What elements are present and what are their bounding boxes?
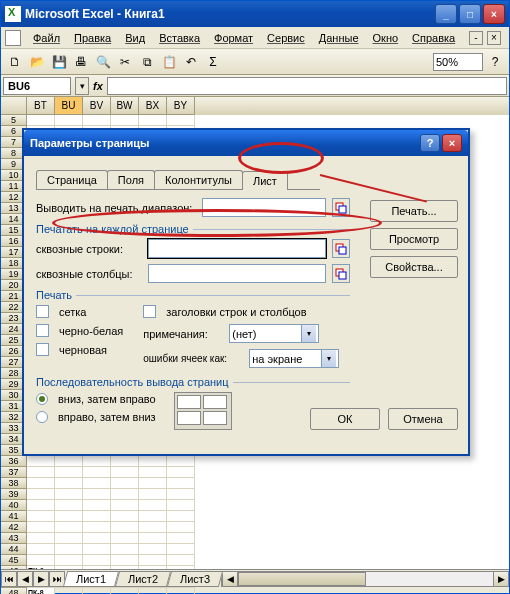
col-header[interactable]: BX (139, 97, 167, 115)
row-header[interactable]: 41 (1, 511, 27, 522)
collapse-dialog-icon[interactable] (332, 198, 350, 217)
row-header[interactable]: 5 (1, 115, 27, 126)
blackwhite-checkbox[interactable] (36, 324, 49, 337)
row-header[interactable]: 38 (1, 478, 27, 489)
mdi-minimize[interactable]: - (469, 31, 483, 45)
draft-label: черновая (59, 344, 107, 356)
tab-headerfooter[interactable]: Колонтитулы (154, 170, 243, 189)
errors-dropdown[interactable]: на экране▾ (249, 349, 339, 368)
dropdown-arrow-icon: ▾ (301, 325, 316, 342)
sheet-tab-2[interactable]: Лист2 (115, 571, 171, 587)
cancel-button[interactable]: Отмена (388, 408, 458, 430)
next-sheet-button[interactable]: ▶ (33, 571, 49, 587)
row-header[interactable]: 40 (1, 500, 27, 511)
scroll-left-arrow[interactable]: ◀ (222, 571, 238, 587)
row-header[interactable]: 39 (1, 489, 27, 500)
cols-to-repeat-input[interactable] (148, 264, 326, 283)
row-header[interactable]: 48 (1, 588, 27, 594)
cut-icon[interactable]: ✂ (115, 52, 135, 72)
menu-help[interactable]: Справка (406, 32, 461, 44)
scroll-thumb[interactable] (238, 572, 365, 586)
copy-icon[interactable]: ⧉ (137, 52, 157, 72)
tab-margins[interactable]: Поля (107, 170, 155, 189)
prev-sheet-button[interactable]: ◀ (17, 571, 33, 587)
col-header[interactable]: BV (83, 97, 111, 115)
row-header[interactable]: 37 (1, 467, 27, 478)
print-range-input[interactable] (202, 198, 326, 217)
fx-icon[interactable]: fx (93, 80, 103, 92)
scroll-right-arrow[interactable]: ▶ (493, 571, 509, 587)
menu-file[interactable]: Файл (27, 32, 66, 44)
print-button[interactable]: Печать... (370, 200, 458, 222)
print-icon[interactable]: 🖶 (71, 52, 91, 72)
group-order-label: Последовательность вывода страниц (36, 376, 350, 388)
tab-sheet[interactable]: Лист (242, 171, 288, 190)
save-icon[interactable]: 💾 (49, 52, 69, 72)
gridlines-checkbox[interactable] (36, 305, 49, 318)
namebox-dropdown[interactable]: ▾ (75, 77, 89, 95)
zoom-combo[interactable]: 50% (433, 53, 483, 71)
collapse-dialog-icon[interactable] (332, 239, 350, 258)
sheet-tab-1[interactable]: Лист1 (63, 571, 119, 587)
dialog-titlebar: Параметры страницы ? × (24, 130, 468, 156)
col-header[interactable]: BU (55, 97, 83, 115)
menu-window[interactable]: Окно (367, 32, 405, 44)
options-button[interactable]: Свойства... (370, 256, 458, 278)
sheet-tabs: ⏮ ◀ ▶ ⏭ Лист1 Лист2 Лист3 ◀ ▶ (1, 569, 509, 587)
rows-to-repeat-input[interactable] (148, 239, 326, 258)
sheet-tab-3[interactable]: Лист3 (167, 571, 223, 587)
group-print-label: Печать (36, 289, 350, 301)
menu-format[interactable]: Формат (208, 32, 259, 44)
horizontal-scrollbar[interactable]: ◀ ▶ (221, 571, 509, 587)
dialog-help-button[interactable]: ? (420, 134, 440, 152)
titlebar: Microsoft Excel - Книга1 _ □ × (1, 1, 509, 27)
comments-label: примечания: (143, 328, 223, 340)
menu-data[interactable]: Данные (313, 32, 365, 44)
menu-insert[interactable]: Вставка (153, 32, 206, 44)
row-header[interactable]: 42 (1, 522, 27, 533)
formula-bar: BU6 ▾ fx (1, 75, 509, 97)
col-header[interactable]: BT (27, 97, 55, 115)
col-header[interactable]: BW (111, 97, 139, 115)
dialog-close-button[interactable]: × (442, 134, 462, 152)
draft-checkbox[interactable] (36, 343, 49, 356)
select-all-corner[interactable] (1, 97, 27, 115)
preview-icon[interactable]: 🔍 (93, 52, 113, 72)
menu-edit[interactable]: Правка (68, 32, 117, 44)
comments-dropdown[interactable]: (нет)▾ (229, 324, 319, 343)
excel-icon (5, 6, 21, 22)
gridlines-label: сетка (59, 306, 86, 318)
tab-page[interactable]: Страница (36, 170, 108, 189)
preview-button[interactable]: Просмотр (370, 228, 458, 250)
row-header[interactable]: 43 (1, 533, 27, 544)
col-header[interactable]: BY (167, 97, 195, 115)
formula-input[interactable] (107, 77, 507, 95)
help-icon[interactable]: ? (485, 52, 505, 72)
name-box[interactable]: BU6 (3, 77, 71, 95)
undo-icon[interactable]: ↶ (181, 52, 201, 72)
order-over-radio[interactable] (36, 411, 48, 423)
dialog-tabs: Страница Поля Колонтитулы Лист (36, 170, 320, 190)
new-icon[interactable]: 🗋 (5, 52, 25, 72)
row-header[interactable]: 44 (1, 544, 27, 555)
order-down-label: вниз, затем вправо (58, 393, 156, 405)
close-button[interactable]: × (483, 4, 505, 24)
minimize-button[interactable]: _ (435, 4, 457, 24)
row-header[interactable]: 45 (1, 555, 27, 566)
maximize-button[interactable]: □ (459, 4, 481, 24)
ok-button[interactable]: ОК (310, 408, 380, 430)
scroll-track[interactable] (238, 571, 493, 587)
svg-rect-3 (339, 247, 346, 254)
sum-icon[interactable]: Σ (203, 52, 223, 72)
mdi-close[interactable]: × (487, 31, 501, 45)
open-icon[interactable]: 📂 (27, 52, 47, 72)
rowcolheaders-checkbox[interactable] (143, 305, 156, 318)
menu-view[interactable]: Вид (119, 32, 151, 44)
paste-icon[interactable]: 📋 (159, 52, 179, 72)
order-down-radio[interactable] (36, 393, 48, 405)
first-sheet-button[interactable]: ⏮ (1, 571, 17, 587)
menu-service[interactable]: Сервис (261, 32, 311, 44)
row-header[interactable]: 36 (1, 456, 27, 467)
toolbar: 🗋 📂 💾 🖶 🔍 ✂ ⧉ 📋 ↶ Σ 50% ? (1, 49, 509, 75)
collapse-dialog-icon[interactable] (332, 264, 350, 283)
